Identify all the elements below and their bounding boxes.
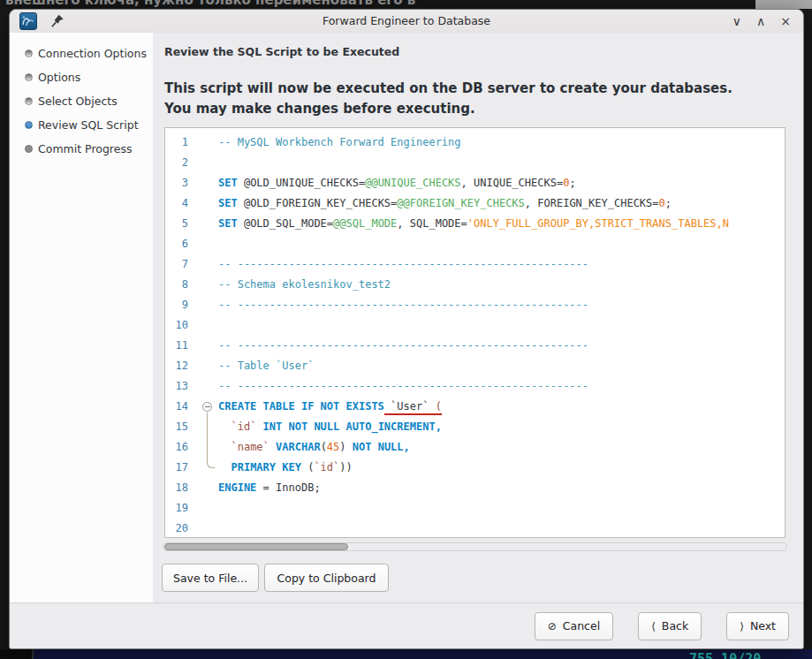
code-text: -- -------------------------------------…	[218, 254, 588, 275]
editor-horizontal-scrollbar[interactable]	[163, 542, 787, 551]
code-line-17[interactable]: 17 PRIMARY KEY (`id`))	[165, 458, 785, 478]
code-line-1[interactable]: 1-- MySQL Workbench Forward Engineering	[165, 133, 785, 153]
code-text: -- Schema ekolesnikov_test2	[218, 275, 391, 295]
sidebar-item-options[interactable]: Options	[10, 65, 153, 89]
line-number: 12	[165, 356, 188, 376]
line-number: 7	[165, 254, 188, 275]
maximize-icon[interactable]: ∧	[756, 13, 765, 29]
line-number: 9	[165, 295, 188, 315]
code-line-8[interactable]: 8-- Schema ekolesnikov_test2	[165, 275, 785, 295]
line-number: 18	[165, 478, 188, 498]
code-text: CREATE TABLE IF NOT EXISTS `User` (	[218, 397, 442, 417]
main-content: Review the SQL Script to be Executed Thi…	[153, 33, 803, 602]
cancel-icon: ⊘	[548, 620, 557, 632]
chevron-left-icon: ⟨	[651, 620, 656, 632]
code-line-3[interactable]: 3SET @OLD_UNIQUE_CHECKS=@@UNIQUE_CHECKS,…	[165, 173, 785, 193]
sql-script-editor[interactable]: 1-- MySQL Workbench Forward Engineering2…	[164, 127, 785, 538]
code-line-11[interactable]: 11-- -----------------------------------…	[165, 336, 785, 356]
cancel-button[interactable]: ⊘ Cancel	[535, 612, 613, 640]
code-line-16[interactable]: 16 `name` VARCHAR(45) NOT NULL,	[165, 437, 785, 458]
line-number: 17	[165, 458, 188, 478]
code-line-13[interactable]: 13-- -----------------------------------…	[165, 376, 785, 397]
page-title: Review the SQL Script to be Executed	[164, 45, 399, 58]
code-text: PRIMARY KEY (`id`))	[218, 458, 353, 478]
scrollbar-thumb[interactable]	[164, 543, 348, 550]
back-label: Back	[662, 619, 688, 632]
code-text: `id` INT NOT NULL AUTO_INCREMENT,	[218, 417, 442, 437]
step-bullet-icon	[25, 73, 33, 81]
code-line-7[interactable]: 7-- ------------------------------------…	[165, 254, 785, 275]
close-icon[interactable]: ×	[780, 13, 791, 29]
dialog-titlebar[interactable]: Forward Engineer to Database ∨ ∧ ×	[10, 10, 803, 34]
background-bottom-text-fragment: 755 10/20	[689, 651, 761, 659]
next-button[interactable]: ⟩ Next	[726, 612, 789, 640]
code-line-20[interactable]: 20	[165, 519, 785, 538]
line-number: 14	[165, 397, 188, 417]
code-text: -- -------------------------------------…	[218, 336, 588, 356]
code-line-2[interactable]: 2	[165, 153, 785, 173]
background-bottom-left-panel	[0, 649, 34, 659]
line-number: 15	[165, 417, 188, 437]
code-text: `name` VARCHAR(45) NOT NULL,	[218, 437, 410, 458]
code-text: ENGINE = InnoDB;	[218, 478, 321, 498]
line-number: 5	[165, 214, 188, 234]
sidebar-item-commit-progress[interactable]: Commit Progress	[10, 137, 153, 161]
desktop: внешнего ключа, нужно только переименова…	[0, 0, 812, 659]
code-line-6[interactable]: 6	[165, 234, 785, 254]
step-bullet-icon	[25, 97, 33, 105]
line-number: 13	[165, 376, 188, 397]
code-line-4[interactable]: 4SET @OLD_FOREIGN_KEY_CHECKS=@@FOREIGN_K…	[165, 193, 785, 214]
background-window-bottom: 755 10/20	[0, 649, 812, 659]
step-bullet-icon	[25, 49, 33, 57]
sidebar-item-connection-options[interactable]: Connection Options	[10, 42, 153, 65]
code-text: SET @OLD_UNIQUE_CHECKS=@@UNIQUE_CHECKS, …	[218, 173, 576, 193]
code-text: -- MySQL Workbench Forward Engineering	[218, 133, 461, 153]
code-text: SET @OLD_SQL_MODE=@@SQL_MODE, SQL_MODE='…	[218, 214, 729, 234]
cancel-label: Cancel	[563, 619, 600, 632]
sidebar-item-review-sql-script[interactable]: Review SQL Script	[10, 113, 153, 137]
code-text: -- Table `User`	[218, 356, 314, 376]
description-line-1: This script will now be executed on the …	[164, 79, 732, 99]
minimize-icon[interactable]: ∨	[732, 13, 741, 29]
save-to-file-button[interactable]: Save to File...	[162, 564, 259, 592]
chevron-right-icon: ⟩	[740, 620, 744, 632]
back-button[interactable]: ⟨ Back	[638, 612, 702, 640]
code-line-5[interactable]: 5SET @OLD_SQL_MODE=@@SQL_MODE, SQL_MODE=…	[165, 214, 785, 234]
code-text: SET @OLD_FOREIGN_KEY_CHECKS=@@FOREIGN_KE…	[218, 193, 672, 214]
code-fold-icon[interactable]	[202, 402, 212, 412]
dialog-footer: ⊘ Cancel ⟨ Back ⟩ Next	[10, 602, 803, 648]
step-label: Review SQL Script	[38, 118, 139, 132]
code-line-10[interactable]: 10	[165, 315, 785, 336]
code-line-18[interactable]: 18ENGINE = InnoDB;	[165, 478, 785, 498]
line-number: 19	[165, 498, 188, 519]
line-number: 10	[165, 315, 188, 336]
line-number: 6	[165, 234, 188, 254]
background-window-top: внешнего ключа, нужно только переименова…	[0, 0, 812, 9]
window-controls: ∨ ∧ ×	[732, 13, 791, 29]
step-bullet-icon	[25, 121, 33, 129]
line-number: 20	[165, 519, 188, 538]
line-number: 4	[165, 193, 188, 214]
line-number: 8	[165, 275, 188, 295]
dialog-title: Forward Engineer to Database	[10, 14, 803, 27]
sidebar-item-select-objects[interactable]: Select Objects	[10, 89, 153, 113]
step-label: Options	[38, 71, 80, 84]
code-line-12[interactable]: 12-- Table `User`	[165, 356, 785, 376]
copy-to-clipboard-button[interactable]: Copy to Clipboard	[264, 564, 389, 592]
line-number: 2	[165, 153, 188, 173]
background-window-top-right	[755, 0, 812, 9]
code-line-14[interactable]: 14CREATE TABLE IF NOT EXISTS `User` (	[165, 397, 785, 417]
code-text: -- -------------------------------------…	[218, 295, 588, 315]
code-line-19[interactable]: 19	[165, 498, 785, 519]
step-label: Commit Progress	[38, 142, 132, 155]
step-bullet-icon	[25, 145, 33, 153]
background-text-fragment: внешнего ключа, нужно только переименова…	[5, 0, 415, 8]
description-line-2: You may make changes before executing.	[164, 99, 732, 119]
code-text: -- -------------------------------------…	[218, 376, 588, 397]
code-line-9[interactable]: 9-- ------------------------------------…	[165, 295, 785, 315]
wizard-steps-sidebar: Connection OptionsOptionsSelect ObjectsR…	[10, 33, 153, 602]
next-label: Next	[750, 619, 776, 632]
line-number: 1	[165, 133, 188, 153]
code-line-15[interactable]: 15 `id` INT NOT NULL AUTO_INCREMENT,	[165, 417, 785, 437]
description-text: This script will now be executed on the …	[164, 79, 732, 119]
